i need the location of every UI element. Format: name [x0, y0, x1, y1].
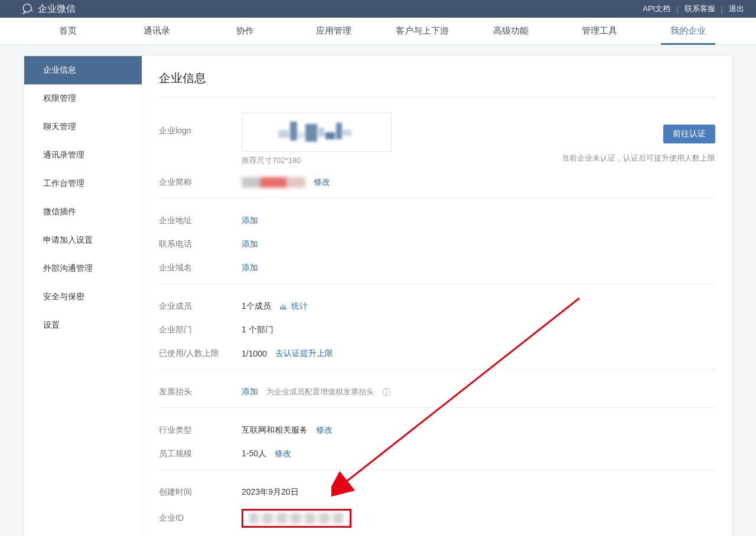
- row-created: 创建时间 2023年9月20日: [159, 481, 715, 504]
- label-industry: 行业类型: [159, 425, 242, 436]
- top-bar: 企业微信 API文档 | 联系客服 | 退出: [0, 0, 756, 18]
- label-logo: 企业logo: [159, 113, 242, 136]
- row-industry: 行业类型 互联网和相关服务 修改: [159, 419, 715, 442]
- label-corp-id: 企业ID: [159, 513, 242, 524]
- section-basic: 前往认证 当前企业未认证，认证后可提升使用人数上限 企业logo: [159, 97, 715, 198]
- tab-apps[interactable]: 应用管理: [289, 18, 378, 44]
- section-meta: 创建时间 2023年9月20日 企业ID: [159, 469, 715, 536]
- sidebar-item-security[interactable]: 安全与保密: [24, 283, 142, 311]
- row-corp-id: 企业ID: [159, 504, 715, 532]
- svg-point-6: [386, 390, 387, 391]
- sidebar-item-wechat-plugin[interactable]: 微信插件: [24, 198, 142, 226]
- tab-contacts[interactable]: 通讯录: [112, 18, 201, 44]
- contact-link[interactable]: 联系客服: [685, 4, 715, 14]
- tab-tools[interactable]: 管理工具: [555, 18, 644, 44]
- brand-name: 企业微信: [38, 3, 76, 15]
- row-phone: 联系电话 添加: [159, 233, 715, 256]
- short-name-edit-link[interactable]: 修改: [314, 177, 330, 188]
- page-body: 企业信息 权限管理 聊天管理 通讯录管理 工作台管理 微信插件 申请加入设置 外…: [0, 45, 756, 536]
- section-members: 企业成员 1个成员 统计 企业部门 1 个部门 已使用/人数上限 1/1000: [159, 283, 715, 369]
- content: 企业信息 前往认证 当前企业未认证，认证后可提升使用人数上限 企业logo: [142, 56, 732, 536]
- row-short-name: 企业简称 修改: [159, 171, 715, 194]
- info-icon: [382, 388, 390, 396]
- row-scale: 员工规模 1-50人 修改: [159, 442, 715, 466]
- tab-home[interactable]: 首页: [24, 18, 112, 44]
- logout-link[interactable]: 退出: [729, 4, 744, 14]
- label-invoice: 发票抬头: [159, 387, 242, 397]
- label-scale: 员工规模: [159, 449, 242, 459]
- section-industry: 行业类型 互联网和相关服务 修改 员工规模 1-50人 修改: [159, 407, 715, 469]
- side-nav: 企业信息 权限管理 聊天管理 通讯录管理 工作台管理 微信插件 申请加入设置 外…: [24, 56, 142, 536]
- bar-chart-icon: [279, 302, 288, 311]
- svg-point-3: [32, 11, 33, 11]
- label-address: 企业地址: [159, 215, 242, 226]
- tab-customers[interactable]: 客户与上下游: [378, 18, 467, 44]
- sidebar-item-contacts[interactable]: 通讯录管理: [24, 141, 142, 169]
- brand-logo: 企业微信: [21, 2, 76, 15]
- sidebar-item-settings[interactable]: 设置: [24, 311, 142, 339]
- chat-bubble-icon: [21, 2, 34, 15]
- label-created: 创建时间: [159, 487, 242, 498]
- row-departments: 企业部门 1 个部门: [159, 318, 715, 342]
- row-address: 企业地址 添加: [159, 209, 715, 233]
- scale-edit-link[interactable]: 修改: [275, 449, 291, 459]
- top-links: API文档 | 联系客服 | 退出: [643, 4, 744, 14]
- sidebar-item-permissions[interactable]: 权限管理: [24, 84, 142, 113]
- cert-area: 前往认证 当前企业未认证，认证后可提升使用人数上限: [562, 125, 715, 164]
- svg-point-2: [32, 9, 32, 9]
- industry-edit-link[interactable]: 修改: [316, 425, 333, 436]
- row-quota: 已使用/人数上限 1/1000 去认证提升上限: [159, 342, 715, 365]
- label-domain: 企业域名: [159, 263, 242, 273]
- main-nav: 首页 通讯录 协作 应用管理 客户与上下游 高级功能 管理工具 我的企业: [0, 18, 756, 45]
- logo-blurred-image: [278, 122, 355, 143]
- domain-add-link[interactable]: 添加: [242, 263, 258, 273]
- card: 企业信息 权限管理 聊天管理 通讯录管理 工作台管理 微信插件 申请加入设置 外…: [24, 55, 732, 536]
- scale-value: 1-50人: [242, 449, 266, 459]
- short-name-value-blurred: [242, 177, 305, 188]
- invoice-add-link[interactable]: 添加: [242, 387, 258, 397]
- cert-note: 当前企业未认证，认证后可提升使用人数上限: [562, 153, 715, 164]
- sidebar-item-chat[interactable]: 聊天管理: [24, 113, 142, 141]
- page-title: 企业信息: [159, 70, 715, 86]
- sidebar-item-company-info[interactable]: 企业信息: [24, 56, 142, 84]
- industry-value: 互联网和相关服务: [242, 425, 308, 436]
- row-domain: 企业域名 添加: [159, 256, 715, 280]
- created-value: 2023年9月20日: [242, 487, 299, 498]
- label-quota: 已使用/人数上限: [159, 348, 242, 359]
- members-value: 1个成员: [242, 301, 271, 312]
- tab-my-company[interactable]: 我的企业: [644, 18, 732, 44]
- address-add-link[interactable]: 添加: [242, 215, 258, 226]
- tab-advanced[interactable]: 高级功能: [467, 18, 555, 44]
- row-invoice: 发票抬头 添加 为企业成员配置增值税发票抬头: [159, 380, 715, 404]
- logo-preview[interactable]: [242, 113, 392, 152]
- go-cert-button[interactable]: 前往认证: [663, 125, 715, 143]
- quota-upgrade-link[interactable]: 去认证提升上限: [275, 348, 333, 359]
- phone-add-link[interactable]: 添加: [242, 239, 258, 250]
- api-docs-link[interactable]: API文档: [643, 4, 670, 14]
- logo-hint: 推荐尺寸702*180: [242, 155, 392, 166]
- label-members: 企业成员: [159, 301, 242, 312]
- label-phone: 联系电话: [159, 239, 242, 250]
- invoice-hint: 为企业成员配置增值税发票抬头: [266, 387, 374, 397]
- svg-point-0: [23, 4, 31, 12]
- corp-id-value-blurred: [249, 513, 344, 524]
- corp-id-highlight-box: [242, 509, 351, 528]
- sidebar-item-workbench[interactable]: 工作台管理: [24, 169, 142, 198]
- row-members: 企业成员 1个成员 统计: [159, 295, 715, 318]
- sidebar-item-join-settings[interactable]: 申请加入设置: [24, 226, 142, 254]
- tab-collab[interactable]: 协作: [201, 18, 289, 44]
- svg-rect-5: [386, 391, 386, 394]
- quota-value: 1/1000: [242, 349, 267, 358]
- section-contact: 企业地址 添加 联系电话 添加 企业域名 添加: [159, 198, 715, 283]
- section-invoice: 发票抬头 添加 为企业成员配置增值税发票抬头: [159, 369, 715, 407]
- sidebar-item-external-comm[interactable]: 外部沟通管理: [24, 254, 142, 283]
- members-stats-link[interactable]: 统计: [291, 301, 308, 312]
- svg-point-1: [31, 10, 32, 11]
- label-short-name: 企业简称: [159, 177, 242, 188]
- departments-value: 1 个部门: [242, 325, 273, 335]
- label-departments: 企业部门: [159, 325, 242, 335]
